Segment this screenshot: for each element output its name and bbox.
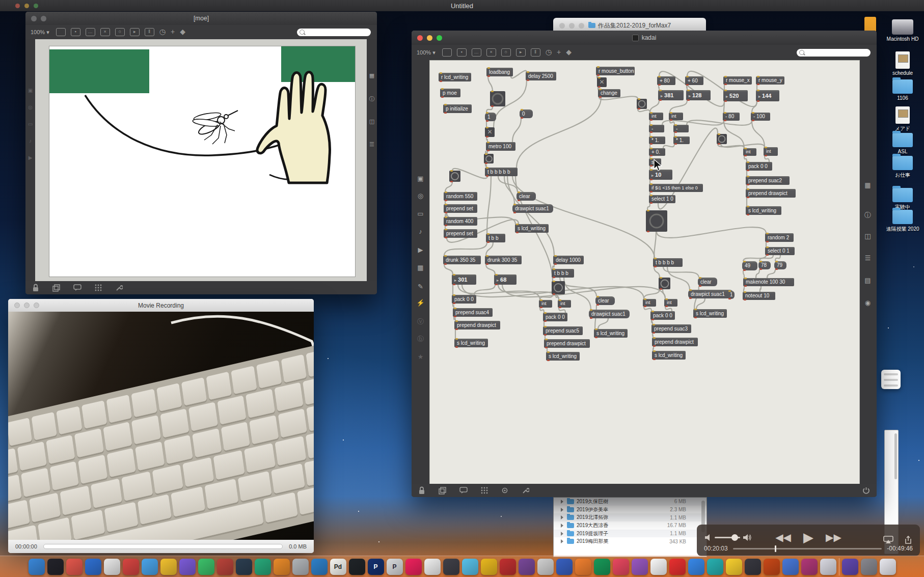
x-box-icon[interactable]: × <box>100 28 110 36</box>
number-box[interactable]: ▸10 <box>649 170 672 180</box>
dock-app-icon[interactable] <box>782 559 799 575</box>
max-object-drunk-300-35[interactable]: drunk 300 35 <box>485 256 522 264</box>
dock-app-icon[interactable] <box>519 559 535 575</box>
plus-icon[interactable]: + <box>557 48 561 56</box>
play-box-icon[interactable]: ▸ <box>516 48 526 57</box>
max-object-s-lcd-writing[interactable]: s lcd_writing <box>515 224 549 233</box>
bang-button[interactable] <box>659 278 670 289</box>
max-object-change[interactable]: change <box>598 89 620 97</box>
max-object-prepend-suac5[interactable]: prepend suac5 <box>543 326 583 335</box>
moe-titlebar[interactable]: [moe] <box>25 12 377 25</box>
dock-app-icon[interactable] <box>801 559 818 575</box>
max-object-if-i1-15-then-1-else-0[interactable]: if $i1 <15 then 1 else 0 <box>649 184 703 192</box>
desktop-icon-folder[interactable]: お仕事 <box>881 156 924 179</box>
max-object--80[interactable]: - 80 <box>723 113 740 121</box>
list-icon[interactable]: ☰ <box>367 141 377 148</box>
b-icon[interactable]: ⓑ <box>412 335 429 344</box>
dock-processing-icon[interactable]: P <box>368 559 384 575</box>
play-icon[interactable]: ▶ <box>25 155 35 160</box>
max-object-t-b-b[interactable]: t b b <box>486 234 505 242</box>
max-object-s-lcd-writing[interactable]: s lcd_writing <box>546 352 580 361</box>
dock-app-icon[interactable]: P <box>387 559 403 575</box>
search-input[interactable] <box>797 49 871 57</box>
panes-icon[interactable]: ◫ <box>859 232 877 240</box>
wrench-icon[interactable] <box>522 487 529 494</box>
dock-app-icon[interactable] <box>349 559 365 575</box>
dock-app-icon[interactable] <box>311 559 328 575</box>
zoom-level[interactable]: 100% ▾ <box>31 29 49 36</box>
max-object-delay-1000[interactable]: delay 1000 <box>553 256 584 264</box>
max-object-prepend-suac3[interactable]: prepend suac3 <box>651 324 691 333</box>
layers-icon[interactable] <box>52 284 60 292</box>
max-object-t-b-b-b-b[interactable]: t b b b b <box>653 258 683 267</box>
max-object-loadbang[interactable]: loadbang <box>486 68 513 76</box>
cube-icon[interactable]: ▣ <box>25 88 35 93</box>
dock-app-icon[interactable] <box>613 559 629 575</box>
dock-app-icon[interactable] <box>443 559 459 575</box>
dock-app-icon[interactable] <box>726 559 742 575</box>
window-icon[interactable] <box>442 48 452 57</box>
kadai-window-controls[interactable] <box>417 35 442 41</box>
bang-button[interactable] <box>449 171 460 182</box>
zoom-icon[interactable] <box>437 35 442 41</box>
dock-app-icon[interactable] <box>481 559 497 575</box>
zoom-level[interactable]: 100% ▾ <box>417 49 436 56</box>
max-object-metro-100[interactable]: metro 100 <box>486 142 515 151</box>
max-object-prepend-drawpict[interactable]: prepend drawpict <box>544 339 590 348</box>
dock-app-icon[interactable] <box>632 559 648 575</box>
search-input[interactable] <box>297 29 371 36</box>
dock-app-icon[interactable] <box>217 559 233 575</box>
finder-row[interactable]: 2019梅田那菜 343 KB <box>554 537 706 545</box>
minimize-icon[interactable] <box>41 16 46 21</box>
folder-icon[interactable] <box>892 188 913 202</box>
max-object--1-[interactable]: * 1. <box>673 136 690 144</box>
airplay-icon[interactable] <box>883 536 893 543</box>
comment-icon[interactable]: … <box>472 48 481 57</box>
dock-app-icon[interactable] <box>160 559 177 575</box>
dock-app-icon[interactable] <box>575 559 591 575</box>
max-object-int[interactable]: int <box>664 299 677 307</box>
dock-app-icon[interactable] <box>66 559 83 575</box>
window-alt-icon[interactable]: ▪ <box>457 48 467 57</box>
dock-app-icon[interactable] <box>123 559 139 575</box>
panes-icon[interactable]: ◫ <box>367 118 377 125</box>
max-message-clear[interactable]: clear <box>517 192 536 201</box>
dock-app-icon[interactable] <box>104 559 120 575</box>
minimize-icon[interactable] <box>24 4 29 8</box>
moe-window-controls[interactable] <box>31 16 46 21</box>
toggle-box[interactable]: ✕ <box>597 77 607 87</box>
max-message-0[interactable]: 0 <box>520 109 533 118</box>
max-message-drawpict-suac1[interactable]: drawpict suac1 <box>512 204 553 213</box>
orange-note[interactable] <box>864 17 876 32</box>
grid-icon[interactable] <box>95 284 102 291</box>
grid-icon[interactable]: ▦ <box>859 181 877 189</box>
dock-app-icon[interactable] <box>745 559 761 575</box>
toggle-box[interactable]: ✕ <box>485 127 495 137</box>
close-icon[interactable] <box>417 35 423 41</box>
number-box[interactable]: ▸520 <box>723 90 748 101</box>
slider-box-icon[interactable]: ‖ <box>145 28 154 36</box>
max-object-sq[interactable]: sq <box>649 158 661 166</box>
scrollbar[interactable] <box>894 433 897 479</box>
dock-app-icon[interactable] <box>47 559 64 575</box>
max-object--80[interactable]: + 80 <box>657 76 675 85</box>
max-object-s-lcd-writing[interactable]: s lcd_writing <box>454 339 488 347</box>
max-object-noteout-10[interactable]: noteout 10 <box>743 292 775 300</box>
target-icon[interactable]: ◎ <box>412 192 429 200</box>
max-object-random-400[interactable]: random 400 <box>444 217 477 226</box>
max-object-p-moe[interactable]: p moe <box>440 89 460 97</box>
max-message-drawpict-suac1[interactable]: drawpict suac1 <box>589 310 630 318</box>
plug-icon[interactable]: ⚡ <box>412 299 429 307</box>
dock-app-icon[interactable] <box>688 559 704 575</box>
max-object-select-1-0[interactable]: select 1 0 <box>649 195 675 203</box>
max-object-s-lcd-writing[interactable]: s lcd_writing <box>746 206 781 215</box>
max-object-s-lcd-writing[interactable]: s lcd_writing <box>652 351 686 360</box>
fast-forward-icon[interactable]: ▶▶ <box>826 531 841 543</box>
number-box[interactable]: ▸128 <box>686 90 711 100</box>
pencil-icon[interactable]: ✎ <box>412 283 429 290</box>
finder-window-controls[interactable] <box>559 23 584 29</box>
max-object--60[interactable]: + 60 <box>685 76 703 85</box>
max-object-r-lcd-writing[interactable]: r lcd_writing <box>439 73 471 81</box>
dock-app-icon[interactable] <box>198 559 214 575</box>
finder-row[interactable]: 2019伊奈美幸 2.3 MB <box>554 506 706 514</box>
